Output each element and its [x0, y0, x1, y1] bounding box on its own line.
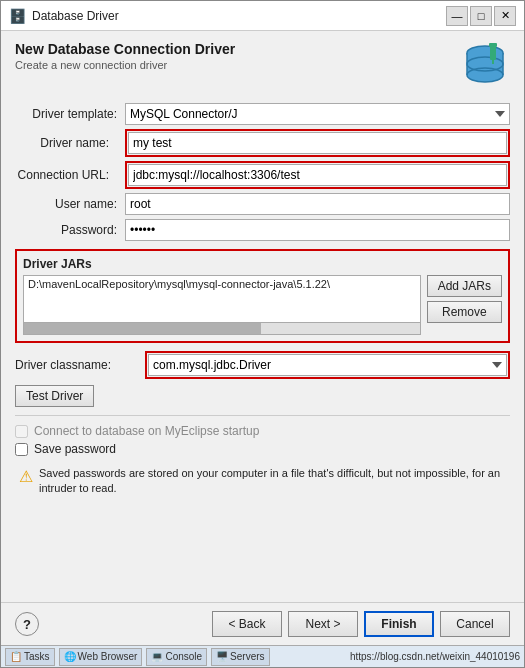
svg-rect-4	[490, 46, 496, 60]
svg-rect-6	[492, 60, 494, 64]
taskbar: 📋 Tasks 🌐 Web Browser 💻 Console 🖥️ Serve…	[1, 645, 524, 667]
connection-url-label: Connection URL:	[18, 168, 117, 182]
driver-template-row: Driver template: MySQL Connector/J	[15, 103, 510, 125]
console-label: Console	[165, 651, 202, 662]
main-content: New Database Connection Driver Create a …	[1, 31, 524, 602]
footer: ? < Back Next > Finish Cancel	[1, 602, 524, 645]
taskbar-item-browser[interactable]: 🌐 Web Browser	[59, 648, 143, 666]
connect-startup-checkbox[interactable]	[15, 425, 28, 438]
close-button[interactable]: ✕	[494, 6, 516, 26]
browser-icon: 🌐	[64, 651, 76, 662]
driver-name-label-wrapper: Driver name:	[15, 136, 125, 150]
connection-url-input-wrapper	[125, 161, 510, 189]
database-icon	[460, 41, 510, 91]
tasks-label: Tasks	[24, 651, 50, 662]
driver-name-input[interactable]	[128, 132, 507, 154]
connection-url-row: Connection URL:	[15, 161, 510, 189]
driver-classname-select-wrapper: com.mysql.jdbc.Driver	[145, 351, 510, 379]
driver-jars-section: Driver JARs D:\mavenLocalRepository\mysq…	[15, 249, 510, 343]
page-title: New Database Connection Driver	[15, 41, 235, 57]
password-input[interactable]	[125, 219, 510, 241]
save-password-checkbox[interactable]	[15, 443, 28, 456]
password-row: Password:	[15, 219, 510, 241]
user-name-row: User name:	[15, 193, 510, 215]
driver-name-label: Driver name:	[40, 136, 117, 150]
driver-template-label: Driver template:	[15, 107, 125, 121]
driver-jars-label: Driver JARs	[23, 257, 502, 271]
warning-icon: ⚠	[19, 467, 33, 486]
jars-scrollbar[interactable]	[24, 322, 420, 334]
title-bar-buttons: — □ ✕	[446, 6, 516, 26]
connect-startup-row: Connect to database on MyEclipse startup	[15, 424, 510, 438]
main-window: 🗄️ Database Driver — □ ✕ New Database Co…	[0, 0, 525, 668]
help-button[interactable]: ?	[15, 612, 39, 636]
back-button[interactable]: < Back	[212, 611, 282, 637]
servers-label: Servers	[230, 651, 264, 662]
window-title: Database Driver	[32, 9, 119, 23]
warning-text: Saved passwords are stored on your compu…	[39, 466, 506, 497]
password-label: Password:	[15, 223, 125, 237]
driver-jars-content: D:\mavenLocalRepository\mysql\mysql-conn…	[23, 275, 502, 335]
taskbar-item-console[interactable]: 💻 Console	[146, 648, 207, 666]
footer-left: ?	[15, 612, 39, 636]
svg-point-2	[467, 68, 503, 82]
maximize-button[interactable]: □	[470, 6, 492, 26]
remove-button[interactable]: Remove	[427, 301, 502, 323]
window-icon: 🗄️	[9, 8, 26, 24]
jars-list-container[interactable]: D:\mavenLocalRepository\mysql\mysql-conn…	[23, 275, 421, 335]
driver-name-row: Driver name:	[15, 129, 510, 157]
test-driver-button[interactable]: Test Driver	[15, 385, 94, 407]
browser-label: Web Browser	[78, 651, 138, 662]
driver-classname-row: Driver classname: com.mysql.jdbc.Driver	[15, 351, 510, 379]
header-text: New Database Connection Driver Create a …	[15, 41, 235, 71]
connection-url-label-wrapper: Connection URL:	[15, 168, 125, 182]
footer-right: < Back Next > Finish Cancel	[212, 611, 510, 637]
test-driver-row: Test Driver	[15, 385, 510, 407]
taskbar-item-tasks[interactable]: 📋 Tasks	[5, 648, 55, 666]
page-subtitle: Create a new connection driver	[15, 59, 235, 71]
finish-button[interactable]: Finish	[364, 611, 434, 637]
save-password-row: Save password	[15, 442, 510, 456]
user-name-input[interactable]	[125, 193, 510, 215]
status-url: https://blog.csdn.net/weixin_44010196	[350, 651, 520, 662]
title-bar-left: 🗄️ Database Driver	[9, 8, 119, 24]
warning-box: ⚠ Saved passwords are stored on your com…	[15, 462, 510, 501]
driver-classname-select[interactable]: com.mysql.jdbc.Driver	[148, 354, 507, 376]
minimize-button[interactable]: —	[446, 6, 468, 26]
save-password-label: Save password	[34, 442, 116, 456]
driver-classname-label: Driver classname:	[15, 358, 145, 372]
svg-rect-5	[489, 43, 497, 47]
driver-template-select[interactable]: MySQL Connector/J	[125, 103, 510, 125]
jars-buttons: Add JARs Remove	[427, 275, 502, 335]
title-bar: 🗄️ Database Driver — □ ✕	[1, 1, 524, 31]
driver-name-input-wrapper	[125, 129, 510, 157]
cancel-button[interactable]: Cancel	[440, 611, 510, 637]
jar-list-item: D:\mavenLocalRepository\mysql\mysql-conn…	[24, 276, 420, 292]
connection-url-input[interactable]	[128, 164, 507, 186]
user-name-label: User name:	[15, 197, 125, 211]
divider-1	[15, 415, 510, 416]
add-jars-button[interactable]: Add JARs	[427, 275, 502, 297]
connect-startup-label: Connect to database on MyEclipse startup	[34, 424, 259, 438]
jars-scrollbar-thumb	[24, 323, 261, 334]
next-button[interactable]: Next >	[288, 611, 358, 637]
tasks-icon: 📋	[10, 651, 22, 662]
taskbar-item-servers[interactable]: 🖥️ Servers	[211, 648, 269, 666]
console-icon: 💻	[151, 651, 163, 662]
servers-icon: 🖥️	[216, 651, 228, 662]
header-section: New Database Connection Driver Create a …	[15, 41, 510, 91]
